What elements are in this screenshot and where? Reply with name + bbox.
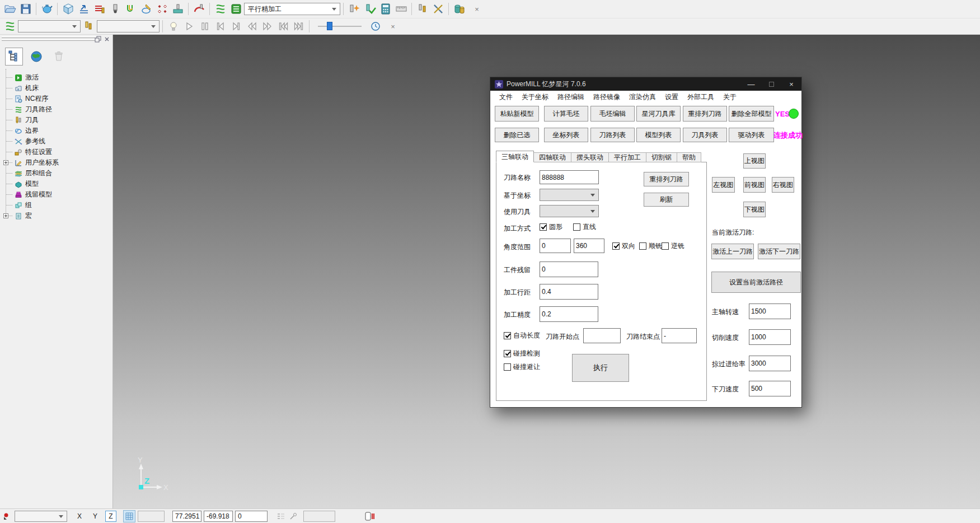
based-coord-select[interactable] [540, 189, 599, 201]
rewind-icon[interactable] [244, 19, 259, 34]
tool-ball-icon[interactable] [107, 2, 123, 16]
toolpath-list-button[interactable]: 刀路列表 [590, 128, 635, 142]
tree-item-tools[interactable]: 刀具 [0, 115, 112, 125]
model-list-button[interactable]: 模型列表 [636, 128, 681, 142]
dialog-titlebar[interactable]: PowerMILL 忆梦星河 7.0.6 — × [490, 77, 801, 91]
maximize-button[interactable] [761, 77, 781, 91]
tree-item-models[interactable]: 模型 [0, 179, 112, 189]
rearrange-button[interactable]: 重排列刀路 [644, 172, 689, 186]
view-front-button[interactable]: 前视图 [743, 177, 766, 193]
calc-block-button[interactable]: 计算毛坯 [544, 106, 588, 122]
delete-selected-button[interactable]: 删除已选 [495, 128, 539, 142]
ruler-icon[interactable] [393, 2, 409, 16]
tab-parallel[interactable]: 平行加工 [608, 152, 646, 162]
angle-from-input[interactable] [540, 239, 571, 253]
cylinders-icon[interactable] [452, 2, 467, 16]
use-tool-select[interactable] [540, 205, 599, 217]
strategy-list-icon[interactable] [228, 2, 243, 16]
teapot-icon[interactable] [39, 2, 54, 16]
view-left-button[interactable]: 左视图 [712, 177, 735, 193]
tab-explorer-web[interactable] [27, 48, 45, 66]
toolpath-name-input[interactable] [540, 170, 599, 184]
menu-about[interactable]: 关于 [719, 92, 741, 102]
coord-list-button[interactable]: 坐标列表 [544, 128, 588, 142]
tree-item-boundaries[interactable]: 边界 [0, 125, 112, 136]
activate-next-toolpath-button[interactable]: 激活下一刀路 [758, 244, 800, 259]
tool-pair-icon[interactable] [415, 2, 430, 16]
toolpath-coil-icon[interactable] [213, 2, 228, 16]
tool-library-button[interactable]: 星河刀具库 [636, 106, 681, 122]
tree-item-toolpaths[interactable]: 刀具路径 [0, 104, 112, 115]
auto-length-checkbox[interactable]: 自动长度 [504, 331, 540, 340]
delete-all-models-button[interactable]: 删除全部模型 [729, 106, 774, 122]
plunge-feed-input[interactable] [749, 381, 791, 396]
tab-explorer-tree[interactable] [5, 48, 23, 66]
tab-help[interactable]: 帮助 [677, 152, 701, 162]
tool-star-icon[interactable] [346, 2, 362, 16]
scissors-cross-icon[interactable] [430, 2, 446, 16]
menu-path-mirror[interactable]: 路径镜像 [589, 92, 625, 102]
simulation-speed-slider[interactable] [318, 21, 362, 31]
rapid-heights-icon[interactable] [76, 2, 91, 16]
stock-allowance-input[interactable] [540, 262, 598, 277]
collision-avoid-checkbox[interactable]: 碰撞避让 [504, 362, 540, 372]
tab-swivel-head[interactable]: 摆头联动 [571, 152, 609, 162]
statusbar-empty-field[interactable] [138, 511, 165, 522]
axis-y-button[interactable]: Y [90, 511, 101, 522]
tree-item-patterns[interactable]: 参考线 [0, 136, 112, 147]
panel-close-icon[interactable] [103, 36, 110, 43]
skim-feed-input[interactable] [749, 356, 791, 371]
xyz-list-icon[interactable] [276, 512, 285, 521]
menu-path-edit[interactable]: 路径编辑 [553, 92, 589, 102]
block-icon[interactable] [60, 2, 76, 16]
bidirectional-checkbox[interactable]: 双向 [612, 241, 635, 251]
lightbulb-icon[interactable] [166, 19, 181, 34]
toolbar-close-button[interactable]: × [472, 4, 482, 14]
tab-explorer-trash[interactable] [50, 48, 68, 66]
probe-pointer-icon[interactable] [289, 512, 298, 521]
collision-check-checkbox[interactable]: 碰撞检测 [504, 349, 540, 358]
line-checkbox[interactable]: 直线 [573, 222, 596, 232]
tree-item-activate[interactable]: 激活 [0, 72, 112, 83]
expand-icon[interactable] [3, 160, 8, 165]
clock-icon[interactable] [368, 19, 383, 34]
calculator-icon[interactable] [378, 2, 393, 16]
pause-icon[interactable] [197, 19, 212, 34]
leads-links-icon[interactable] [123, 2, 138, 16]
conventional-mill-checkbox[interactable]: 逆铣 [662, 241, 684, 251]
minimize-button[interactable]: — [741, 77, 761, 91]
fast-forward-icon[interactable] [260, 19, 275, 34]
axis-z-button[interactable]: Z [105, 511, 116, 522]
statusbar-empty-field-2[interactable] [303, 511, 335, 522]
start-point-input[interactable] [583, 328, 621, 343]
pattern-diamonds-icon[interactable] [154, 2, 170, 16]
tree-item-macros[interactable]: 宏 [0, 211, 112, 221]
toolpath-combobox[interactable] [18, 20, 81, 32]
menu-about-coords[interactable]: 关于坐标 [517, 92, 553, 102]
circle-checkbox[interactable]: 圆形 [540, 222, 562, 232]
step-back-icon[interactable] [213, 19, 228, 34]
tree-item-nc-programs[interactable]: NC程序 [0, 94, 112, 104]
tool-block-icon[interactable] [170, 2, 185, 16]
view-right-button[interactable]: 右视图 [772, 177, 794, 193]
end-point-input[interactable] [662, 328, 697, 343]
panel-grip[interactable] [0, 35, 112, 44]
paste-new-model-button[interactable]: 粘贴新模型 [495, 106, 539, 122]
tolerance-input[interactable] [540, 306, 598, 322]
play-icon[interactable] [181, 19, 196, 34]
tool-check-icon[interactable] [362, 2, 377, 16]
toolbar-close-button[interactable]: × [388, 21, 398, 31]
drive-list-button[interactable]: 驱动列表 [729, 128, 774, 142]
skip-to-start-icon[interactable] [275, 19, 290, 34]
boundary-pencil-icon[interactable] [139, 2, 154, 16]
view-top-button[interactable]: 上视图 [743, 153, 766, 169]
execute-button[interactable]: 执行 [572, 354, 629, 382]
set-active-path-button[interactable]: 设置当前激活路径 [711, 272, 801, 293]
tree-item-feature-sets[interactable]: 特征设置 [0, 147, 112, 157]
strategy-combobox[interactable]: 平行精加工 [244, 3, 340, 15]
step-forward-icon[interactable] [228, 19, 243, 34]
grid-toggle-button[interactable] [123, 510, 135, 522]
spindle-speed-input[interactable] [749, 303, 791, 319]
rearrange-toolpaths-button[interactable]: 重排列刀路 [683, 106, 727, 122]
save-icon[interactable] [18, 2, 33, 16]
